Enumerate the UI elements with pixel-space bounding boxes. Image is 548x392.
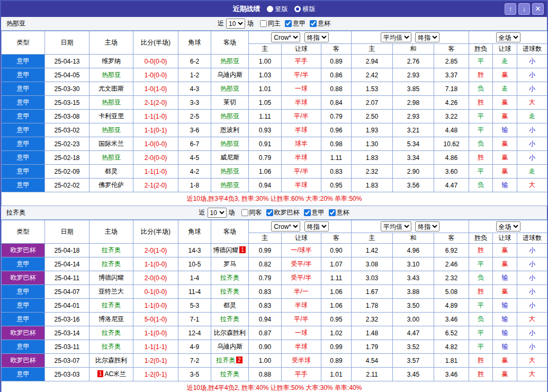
handicap-cell: 半球 xyxy=(282,123,321,137)
summary-text: 近10场,胜3平4负3, 胜率:30% 让胜率:60% 大率:20% 单率:50… xyxy=(2,192,547,206)
away-odds-cell: 1.06 xyxy=(321,285,352,299)
away-team-name: 乌迪内斯 xyxy=(217,71,242,78)
filter-checkbox-同主[interactable]: 同主 xyxy=(260,19,281,28)
handicap-result-cell: 赢 xyxy=(493,151,517,165)
wdl-result-cell: 负 xyxy=(469,82,493,96)
recent-count-select[interactable]: 10 xyxy=(226,19,245,29)
corner-cell: 4-5 xyxy=(178,151,211,165)
home-team-name: 博洛尼亚 xyxy=(98,315,124,323)
filter-checkbox-input[interactable] xyxy=(304,209,311,216)
filter-checkbox-意甲[interactable]: 意甲 xyxy=(285,19,306,28)
date-cell: 25-03-14 xyxy=(45,326,89,340)
avg-odds-select[interactable]: 平均值 xyxy=(381,32,411,42)
goals-result-cell: 大 xyxy=(517,96,547,110)
odds-provider-select[interactable]: Crow* xyxy=(271,221,300,231)
date-cell: 25-02-18 xyxy=(45,151,89,165)
filter-checkbox-同客[interactable]: 同客 xyxy=(241,208,262,217)
score-cell: 0-1(0-0) xyxy=(133,285,178,299)
avg-home-cell: 3.03 xyxy=(352,271,393,285)
close-button[interactable]: ✕ xyxy=(532,3,544,15)
home-odds-cell: 0.79 xyxy=(249,271,282,285)
radio-icon[interactable] xyxy=(294,6,301,12)
move-up-button[interactable]: ↑ xyxy=(505,3,516,15)
score-cell: 1-1(0-0) xyxy=(133,326,178,340)
corner-cell: 4-9 xyxy=(178,340,211,354)
avg-final-select[interactable]: 终指 xyxy=(415,221,439,231)
away-team-name: 拉齐奥 xyxy=(220,370,239,378)
odds-provider-select[interactable]: Crow* xyxy=(271,32,300,42)
col-goals: 进球数 xyxy=(517,44,547,55)
match-row: 意甲25-03-16博洛尼亚5-0(1-0)7-1拉齐奥0.94平/半0.952… xyxy=(2,313,547,326)
home-team-cell: 拉齐奥 xyxy=(89,340,133,354)
avg-draw-cell: 2.90 xyxy=(393,165,434,179)
away-team-name: 拉齐奥 xyxy=(220,274,239,281)
summary-text: 近10场,胜4平4负2, 胜率:40% 让胜率:50% 大率:30% 单率:40… xyxy=(2,381,547,392)
filter-checkbox-input[interactable] xyxy=(241,209,248,216)
filter-checkbox-input[interactable] xyxy=(260,20,267,27)
avg-home-cell: 2.94 xyxy=(352,55,393,68)
avg-final-select[interactable]: 终指 xyxy=(415,32,439,42)
recent-count-select[interactable]: 10 xyxy=(208,208,227,218)
away-team-cell: 拉齐奥 xyxy=(211,285,249,299)
away-odds-cell: 0.95 xyxy=(321,179,352,192)
filter-checkbox-意杯[interactable]: 意杯 xyxy=(329,208,349,217)
league-cell: 意甲 xyxy=(2,313,45,326)
avg-odds-select[interactable]: 平均值 xyxy=(381,221,411,231)
wdl-result-cell: 平 xyxy=(469,110,493,123)
avg-draw-cell: 2.93 xyxy=(393,110,434,123)
home-team-name: 拉齐奥 xyxy=(102,246,121,254)
home-team-cell: 比尔森胜利 xyxy=(89,354,133,368)
wdl-result-cell: 负 xyxy=(469,179,493,192)
date-cell: 25-03-30 xyxy=(45,82,89,96)
league-cell: 意甲 xyxy=(2,340,45,354)
radio-horizontal-layout[interactable]: 横版 xyxy=(294,5,316,14)
goals-result-cell: 小 xyxy=(517,137,547,151)
filter-checkbox-input[interactable] xyxy=(285,20,292,27)
filter-checkbox-input[interactable] xyxy=(329,209,336,216)
corner-cell: 1-4 xyxy=(178,271,211,285)
final-odds-select[interactable]: 终指 xyxy=(304,32,329,42)
handicap-result-cell: 赢 xyxy=(493,257,517,271)
match-row: 意甲25-03-08卡利亚里1-1(1-0)2-5热那亚1.11平/半0.792… xyxy=(2,110,547,123)
home-odds-cell: 0.88 xyxy=(249,368,282,381)
score-cell: 1-1(0-0) xyxy=(133,299,178,313)
wdl-result-cell: 胜 xyxy=(469,96,493,110)
fulltime-select[interactable]: 全场 xyxy=(496,221,520,231)
wdl-result-cell: 胜 xyxy=(469,368,493,381)
away-team-cell: 莱切 xyxy=(211,96,249,110)
handicap-cell: 半球 xyxy=(282,151,321,165)
goals-result-cell: 小 xyxy=(517,123,547,137)
date-cell: 25-03-08 xyxy=(45,110,89,123)
date-cell: 25-04-18 xyxy=(45,244,89,257)
filter-checkbox-input[interactable] xyxy=(310,20,317,27)
filter-checkbox-欧罗巴杯[interactable]: 欧罗巴杯 xyxy=(266,208,300,217)
wdl-result-cell: 平 xyxy=(469,299,493,313)
filter-checkbox-意杯[interactable]: 意杯 xyxy=(310,19,330,28)
col-avg-home: 主 xyxy=(352,44,393,55)
radio-icon[interactable] xyxy=(267,6,273,12)
avg-home-cell: 2.50 xyxy=(352,110,393,123)
away-team-name: 恩波利 xyxy=(220,126,239,133)
match-row: 意甲25-03-30尤文图斯1-0(1-0)4-3热那亚1.01一球0.881.… xyxy=(2,82,547,96)
radio-vertical-layout[interactable]: 竖版 xyxy=(267,5,288,14)
filter-checkbox-input[interactable] xyxy=(266,209,273,216)
move-down-button[interactable]: ↓ xyxy=(518,3,530,15)
filter-checkbox-意甲[interactable]: 意甲 xyxy=(304,208,325,217)
avg-home-cell: 2.42 xyxy=(352,68,393,82)
league-cell: 意甲 xyxy=(2,137,45,151)
score-cell: 1-1(1-0) xyxy=(133,110,178,123)
avg-away-cell: 4.82 xyxy=(434,340,469,354)
home-odds-cell: 0.82 xyxy=(249,257,282,271)
away-team-name: 热那亚 xyxy=(220,167,239,175)
score-cell: 2-0(0-0) xyxy=(133,271,178,285)
filter-checkbox-label: 同主 xyxy=(268,19,281,28)
results-table: 类型 日期 主场 比分(半场) 角球 客场 Crow* 终指 平均值 终指 xyxy=(1,220,547,392)
fulltime-select[interactable]: 全场 xyxy=(496,32,520,42)
away-odds-cell: 0.84 xyxy=(321,96,352,110)
home-team-cell: 尤文图斯 xyxy=(89,82,133,96)
home-odds-cell: 0.87 xyxy=(249,326,282,340)
league-cell: 意甲 xyxy=(2,368,45,381)
final-odds-select[interactable]: 终指 xyxy=(304,221,329,231)
wdl-result-cell: 平 xyxy=(469,340,493,354)
away-odds-cell: 0.86 xyxy=(321,68,352,82)
